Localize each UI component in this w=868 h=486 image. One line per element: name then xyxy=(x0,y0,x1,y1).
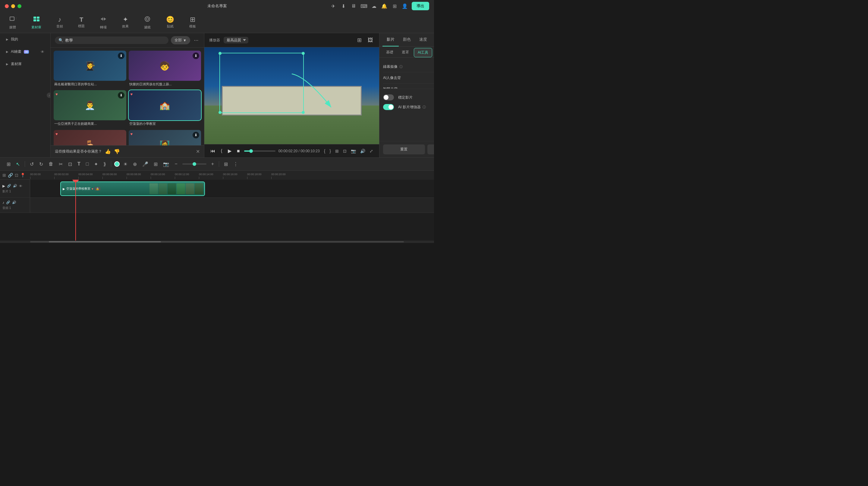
sidebar-item-library[interactable]: ▶ 素材庫 xyxy=(2,59,49,70)
toolbar-item-library[interactable]: 素材庫 xyxy=(28,13,44,31)
stop-button[interactable]: ■ xyxy=(236,147,241,155)
play-button[interactable]: ▶ xyxy=(227,147,233,155)
track-link-icon-audio[interactable]: 🔗 xyxy=(6,201,10,204)
toolbar-item-transition[interactable]: 轉場 xyxy=(97,13,110,31)
track-volume-icon-audio[interactable]: 🔊 xyxy=(12,201,16,204)
zoom-slider[interactable] xyxy=(182,163,207,164)
fullscreen-button[interactable]: ⤢ xyxy=(368,148,374,154)
scrollbar-track[interactable] xyxy=(30,241,404,242)
expand-button[interactable]: ⊡ xyxy=(342,148,348,154)
sub-tab-ai-tools[interactable]: AI工具 xyxy=(414,48,432,57)
skip-back-button[interactable]: ⏮ xyxy=(209,147,216,155)
reset-button[interactable]: 重置 xyxy=(383,144,425,154)
quality-select[interactable]: 最高品質 高品質 標準 xyxy=(224,37,248,43)
download-icon[interactable]: ⬇ xyxy=(340,3,347,9)
track-link-icon[interactable]: 🔗 xyxy=(7,184,11,188)
tl-text-button[interactable]: T xyxy=(76,160,82,168)
more-options-button[interactable]: ··· xyxy=(193,37,200,43)
thumbs-up-icon[interactable]: 👍 xyxy=(105,149,111,154)
download-icon-6[interactable]: ⬇ xyxy=(193,132,199,139)
cloud-icon[interactable]: ☁ xyxy=(371,3,377,9)
feedback-close-button[interactable]: ✕ xyxy=(196,149,200,154)
media-thumb-1[interactable]: 👩‍🎓 ⬇ xyxy=(54,51,126,81)
search-input[interactable] xyxy=(65,38,165,42)
sub-tab-mask[interactable]: 遮罩 xyxy=(398,48,412,57)
thumbs-down-icon[interactable]: 👎 xyxy=(114,149,120,154)
stabilize-toggle[interactable] xyxy=(383,94,394,100)
tl-add-button[interactable]: ⊞ xyxy=(5,160,12,168)
media-thumb-4[interactable]: 🏫 ♥ xyxy=(129,90,201,120)
gutter-grid-icon[interactable]: ⊞ xyxy=(2,173,6,178)
toolbar-item-title[interactable]: T 標題 xyxy=(75,15,88,30)
list-item[interactable]: 👩‍🏫 ♥ ⬇ xyxy=(129,130,201,145)
export-button[interactable]: 導出 xyxy=(412,2,429,10)
type-icon[interactable]: ⌨ xyxy=(361,3,367,9)
download-icon-1[interactable]: ⬇ xyxy=(118,53,124,59)
download-icon-2[interactable]: ⬇ xyxy=(193,53,199,59)
close-button[interactable] xyxy=(5,4,9,8)
maximize-button[interactable] xyxy=(18,4,22,8)
toolbar-item-effect[interactable]: ✦ 效果 xyxy=(119,14,132,30)
toolbar-item-sticker[interactable]: 😊 貼紙 xyxy=(163,14,177,30)
list-item[interactable]: 🧒 ⬇ 快樂的亞洲男孩在托盤上舔... xyxy=(129,51,201,88)
keyframe-panel-button[interactable]: 關鍵幀面板 xyxy=(427,144,434,154)
sidebar-item-my[interactable]: ▶ 我的 xyxy=(2,34,49,45)
bracket-right-button[interactable]: } xyxy=(328,148,332,154)
send-icon[interactable]: ✈ xyxy=(330,3,336,9)
list-item[interactable]: 🏫 ♥ 空蕩蕩的小學教室 xyxy=(129,90,201,127)
list-item[interactable]: 🪑 ♥ xyxy=(54,130,126,145)
tl-delete-button[interactable]: 🗑 xyxy=(47,160,55,168)
image-view-icon[interactable]: 🖼 xyxy=(367,36,374,44)
ai-enhance-toggle[interactable] xyxy=(383,104,394,110)
timeline-button[interactable]: ⊞ xyxy=(334,148,340,154)
avatar-icon[interactable]: 👤 xyxy=(401,3,408,9)
gutter-crop-icon[interactable]: ⊡ xyxy=(15,173,19,178)
filter-button[interactable]: 全部 ▼ xyxy=(171,36,190,44)
bracket-left-button[interactable]: { xyxy=(323,148,327,154)
tab-speed[interactable]: 速度 xyxy=(415,33,431,47)
tab-video[interactable]: 影片 xyxy=(382,33,399,47)
tl-redo-button[interactable]: ↻ xyxy=(37,160,45,168)
tab-color[interactable]: 顏色 xyxy=(399,33,415,47)
tl-more-button[interactable]: ⟫ xyxy=(101,160,108,168)
progress-bar[interactable] xyxy=(244,150,276,152)
sub-tab-basic[interactable]: 基礎 xyxy=(382,48,397,57)
track-volume-icon[interactable]: 🔊 xyxy=(13,184,17,188)
gutter-link-icon[interactable]: 🔗 xyxy=(8,173,13,178)
tl-crop-button[interactable]: ⊡ xyxy=(66,160,74,168)
tl-settings-button[interactable]: ⋮ xyxy=(231,160,240,168)
frame-back-button[interactable]: ⟨ xyxy=(219,147,224,155)
sub-tab-animation[interactable]: 動畫 xyxy=(433,48,434,57)
media-thumb-6[interactable]: 👩‍🏫 ♥ ⬇ xyxy=(129,130,201,145)
monitor-icon[interactable]: 🖥 xyxy=(350,3,357,9)
volume-button[interactable]: 🔊 xyxy=(359,148,367,154)
tl-undo-button[interactable]: ↺ xyxy=(28,160,36,168)
tl-cut-button[interactable]: ✂ xyxy=(57,160,64,168)
toolbar-item-template[interactable]: ⊞ 模板 xyxy=(186,14,199,30)
track-eye-icon[interactable]: 👁 xyxy=(19,184,22,188)
minimize-button[interactable] xyxy=(11,4,15,8)
sidebar-item-ai-drawing[interactable]: ▶ AI繪畫 AI 👁 xyxy=(2,46,49,57)
toolbar-item-media[interactable]: 媒體 xyxy=(6,13,19,31)
media-thumb-2[interactable]: 🧒 ⬇ xyxy=(129,51,201,81)
tl-effect-button[interactable]: ✦ xyxy=(92,160,100,168)
bell-icon[interactable]: 🔔 xyxy=(381,3,388,9)
media-thumb-5[interactable]: 🪑 ♥ xyxy=(54,130,126,145)
progress-thumb[interactable] xyxy=(249,149,253,153)
tl-shield-button[interactable]: ⊕ xyxy=(131,160,138,168)
tl-camera-button[interactable]: 📷 xyxy=(161,160,171,168)
grid-icon[interactable]: ⊞ xyxy=(391,3,398,9)
grid-view-icon[interactable]: ⊞ xyxy=(356,36,363,44)
screenshot-button[interactable]: 📷 xyxy=(350,148,357,154)
list-item[interactable]: 👩‍🎓 ⬇ 兩名戴著醫用口罩的學生站... xyxy=(54,51,126,88)
media-thumb-3[interactable]: 👨‍💼 ♥ ⬇ xyxy=(54,90,126,120)
toolbar-item-audio[interactable]: ♪ 音頻 xyxy=(53,14,66,30)
tl-select-button[interactable]: ↖ xyxy=(14,160,22,168)
green-screen-info-icon[interactable]: ⓘ xyxy=(399,64,403,69)
video-clip-1[interactable]: ▶ 空蕩蕩的學校教室 ♥ 🔒 xyxy=(60,182,205,196)
ai-enhance-info-icon[interactable]: ⓘ xyxy=(423,105,426,110)
scrollbar-thumb[interactable] xyxy=(49,241,161,242)
list-item[interactable]: 👨‍💼 ♥ ⬇ 一位亞洲男子正在創建商業... xyxy=(54,90,126,127)
tl-mic-button[interactable]: 🎤 xyxy=(141,160,150,168)
tl-caption-button[interactable]: ⊞ xyxy=(152,160,159,168)
